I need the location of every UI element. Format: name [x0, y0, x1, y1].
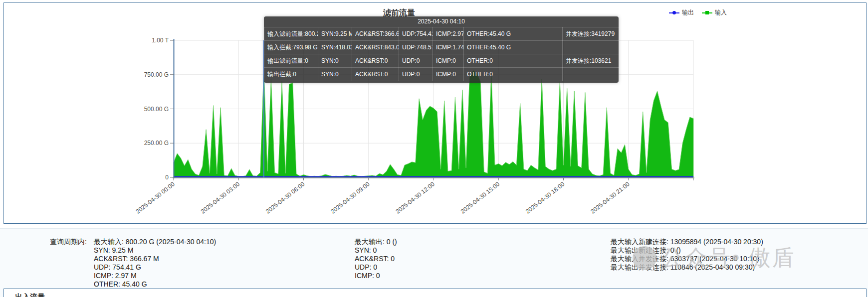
tooltip-cell: ACK&RST:843.02 K [352, 41, 399, 54]
tooltip-cell: OTHER:45.40 G [464, 41, 563, 54]
y-axis-label: 250.00 G [144, 140, 169, 147]
summary-line: ACK&RST: 0 [355, 255, 397, 263]
tooltip-cell: SYN:0 [318, 68, 352, 81]
tooltip-cell [563, 68, 619, 81]
summary-line: OTHER: 45.40 G [94, 280, 216, 289]
chart-tooltip: 2025-04-30 04:10 输入滤前流量:800.20 GSYN:9.25… [264, 16, 619, 83]
summary-line: UDP: 0 [355, 263, 397, 272]
tooltip-cell: OTHER:0 [464, 54, 563, 68]
tooltip-cell: ACK&RST:0 [352, 68, 399, 81]
tooltip-cell: ICMP:2.97 M [433, 27, 464, 41]
x-axis-label: 2025-04-30 15:00 [459, 180, 501, 215]
summary-line: 最大输出并发连接: 110846 (2025-04-30 09:30) [611, 263, 763, 272]
summary-period-label: 查询周期内: [50, 238, 87, 247]
x-axis-label: 2025-04-30 18:00 [524, 180, 566, 215]
legend-label-input: 输入 [715, 8, 727, 17]
legend-item-output[interactable]: 输出 [669, 8, 694, 17]
tooltip-cell: OTHER:45.40 G [464, 27, 563, 41]
y-axis-label: 0 [165, 174, 169, 181]
tooltip-cell: SYN:0 [318, 54, 352, 68]
x-axis-label: 2025-04-30 12:00 [395, 180, 436, 215]
tooltip-row-2: 输出滤前流量:0SYN:0ACK&RST:0UDP:0ICMP:0OTHER:0… [264, 54, 619, 68]
tooltip-cell: ACK&RST:0 [352, 54, 399, 68]
summary-connections-column: 最大输入新建连接: 13095894 (2025-04-30 20:30)最大输… [611, 238, 763, 272]
tooltip-cell: UDP:748.57 G [399, 41, 433, 54]
tooltip-row-0: 输入滤前流量:800.20 GSYN:9.25 MACK&RST:366.67 … [264, 27, 619, 41]
tooltip-cell: UDP:0 [399, 68, 433, 81]
tooltip-cell: 并发连接:3419279 [563, 27, 619, 41]
summary-line: SYN: 9.25 M [94, 246, 216, 255]
tooltip-cell: 输入拦截:793.98 G [264, 41, 318, 54]
tooltip-cell: ACK&RST:366.67 M [352, 27, 399, 41]
summary-line: ICMP: 2.97 M [94, 272, 216, 280]
summary-line: UDP: 754.41 G [94, 263, 216, 272]
x-axis-label: 2025-04-30 09:00 [329, 180, 371, 215]
tooltip-cell: SYN:418.03 K [318, 41, 352, 54]
y-axis-label: 500.00 G [144, 106, 169, 113]
y-axis-label: 1.00 T [152, 37, 169, 44]
legend-item-input[interactable]: 输入 [702, 8, 727, 17]
summary-line: ACK&RST: 366.67 M [94, 255, 216, 263]
chart-legend: 输出 输入 [669, 8, 727, 17]
summary-line: 最大输出: 0 () [355, 238, 397, 246]
summary-line: 最大输入: 800.20 G (2025-04-30 04:10) [94, 238, 216, 246]
tooltip-table: 输入滤前流量:800.20 GSYN:9.25 MACK&RST:366.67 … [264, 27, 619, 81]
summary-line: 最大输入并发连接: 6303737 (2025-04-30 10:10) [611, 255, 763, 263]
x-axis-label: 2025-04-30 03:00 [200, 180, 241, 215]
input-series-marker-icon [702, 10, 712, 15]
x-axis-label: 2025-04-30 06:00 [264, 180, 306, 215]
tooltip-cell: 输出滤前流量:0 [264, 54, 318, 68]
tooltip-cell [563, 41, 619, 54]
tooltip-cell: OTHER:0 [464, 68, 563, 81]
tooltip-cell: UDP:0 [399, 54, 433, 68]
tooltip-cell: 并发连接:103621 [563, 54, 619, 68]
y-axis-label: 750.00 G [144, 71, 169, 78]
next-panel: 出入流量 [3, 289, 867, 297]
tooltip-cell: 输入滤前流量:800.20 G [264, 27, 318, 41]
tooltip-cell: ICMP:0 [433, 68, 464, 81]
x-axis-label: 2025-04-30 00:00 [135, 180, 177, 215]
summary-section: 查询周期内: 最大输入: 800.20 G (2025-04-30 04:10)… [0, 228, 868, 297]
tooltip-cell: ICMP:1.74 K [433, 41, 464, 54]
x-axis-label: 2025-04-30 21:00 [589, 180, 631, 215]
summary-line: SYN: 0 [355, 246, 397, 255]
legend-label-output: 输出 [682, 8, 694, 17]
next-panel-title: 出入流量 [15, 293, 45, 297]
summary-input-column: 最大输入: 800.20 G (2025-04-30 04:10)SYN: 9.… [94, 238, 216, 289]
tooltip-cell: SYN:9.25 M [318, 27, 352, 41]
output-series-marker-icon [669, 10, 679, 15]
summary-line: 最大输入新建连接: 13095894 (2025-04-30 20:30) [611, 238, 763, 246]
summary-line: ICMP: 0 [355, 272, 397, 280]
summary-line: 最大输出新建连接: 0 () [611, 246, 763, 255]
tooltip-row-1: 输入拦截:793.98 GSYN:418.03 KACK&RST:843.02 … [264, 41, 619, 54]
summary-output-column: 最大输出: 0 ()SYN: 0ACK&RST: 0UDP: 0ICMP: 0 [355, 238, 397, 280]
tooltip-cell: 输出拦截:0 [264, 68, 318, 81]
tooltip-timestamp: 2025-04-30 04:10 [264, 16, 619, 27]
tooltip-row-3: 输出拦截:0SYN:0ACK&RST:0UDP:0ICMP:0OTHER:0 [264, 68, 619, 81]
tooltip-cell: ICMP:0 [433, 54, 464, 68]
tooltip-cell: UDP:754.41 G [399, 27, 433, 41]
